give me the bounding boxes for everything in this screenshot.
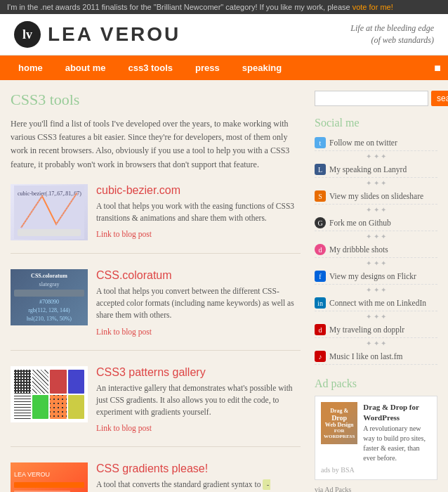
social-label: Fork me on Github (329, 219, 391, 227)
ad-header: Drag & Drop Web Design FOR WORDPRESS Dra… (321, 402, 431, 463)
social-label: View my slides on slideshare (329, 192, 423, 200)
tool-thumbnail: LEA VEROU (11, 462, 88, 492)
linkedin-icon: in (315, 297, 326, 309)
nav-speaking[interactable]: speaking (231, 56, 293, 80)
social-label: Follow me on twitter (329, 138, 397, 147)
tagline-line2: (of web standards) (350, 34, 434, 46)
stars-divider: ✦ ✦ ✦ (315, 231, 437, 242)
tool-item: LEA VEROU CSS gradients please! A tool t… (11, 462, 301, 492)
ad-text: Drag & Drop for WordPress A revolutionar… (363, 402, 431, 463)
social-label: My dribbble shots (329, 245, 388, 254)
social-item-lanyrd[interactable]: L My speaking on Lanyrd (315, 162, 437, 178)
site-title: LEA VEROU (48, 23, 180, 46)
topbar-vote-link[interactable]: vote for me! (353, 3, 393, 11)
ad-desc: A revolutionary new way to build pro sit… (363, 425, 426, 462)
tool-desc: An interactive gallery that demonstrates… (96, 382, 301, 419)
search-button[interactable]: search (431, 91, 448, 106)
tool-blog-link[interactable]: Link to blog post (96, 230, 152, 238)
search-input[interactable] (315, 91, 428, 106)
nav-about[interactable]: about me (54, 56, 117, 80)
page-title: CSS3 tools (11, 91, 301, 109)
tool-desc: A tool that helps you convert between th… (96, 285, 301, 322)
ad-img-line1: Drag & (330, 408, 348, 414)
social-item-twitter[interactable]: t Follow me on twitter (315, 135, 437, 151)
social-item-github[interactable]: G Fork me on Github (315, 215, 437, 231)
tool-thumbnail: CSS.coloratum slategray #708090 rgb(112,… (11, 269, 88, 325)
social-label: My traveling on dopplr (329, 325, 404, 334)
svg-text:LEA VEROU: LEA VEROU (14, 471, 50, 478)
gradients-thumbnail: LEA VEROU (11, 462, 88, 492)
ad-box: Drag & Drop Web Design FOR WORDPRESS Dra… (315, 396, 437, 480)
dribbble-icon: d (315, 244, 326, 255)
social-item-lastfm[interactable]: ♪ Music I like on last.fm (315, 349, 437, 365)
tool-name: CSS3 patterns gallery (96, 366, 301, 379)
stars-divider: ✦ ✦ ✦ (315, 205, 437, 215)
tool-desc: A tool that helps you work with the easi… (96, 200, 301, 225)
social-label: Music I like on last.fm (329, 352, 402, 361)
logo-icon: lv (14, 21, 41, 48)
code-snippet: -webkit-gradient (96, 479, 270, 492)
tagline-line1: Life at the bleeding edge (350, 22, 434, 34)
stars-divider: ✦ ✦ ✦ (315, 258, 437, 268)
svg-rect-4 (18, 229, 81, 236)
social-item-flickr[interactable]: f View my designs on Flickr (315, 268, 437, 285)
svg-text:cubic-bezier(.17,.67,.81,.67): cubic-bezier(.17,.67,.81,.67) (18, 190, 81, 197)
search-area: search (315, 91, 437, 106)
tagline: Life at the bleeding edge (of web standa… (350, 22, 434, 46)
social-item-slideshare[interactable]: S View my slides on slideshare (315, 188, 437, 205)
ad-img-line4: FOR WORDPRESS (324, 428, 355, 439)
main-content: CSS3 tools Here you'll find a list of to… (11, 91, 315, 492)
nav-home[interactable]: home (7, 56, 54, 80)
content-area: CSS3 tools Here you'll find a list of to… (0, 80, 448, 492)
twitter-icon: t (315, 137, 326, 148)
flickr-icon: f (315, 271, 326, 282)
social-item-dribbble[interactable]: d My dribbble shots (315, 242, 437, 258)
social-title: Social me (315, 117, 437, 129)
ad-by: ads by BSA (321, 466, 431, 474)
stars-divider: ✦ ✦ ✦ (315, 178, 437, 188)
slideshare-icon: S (315, 190, 326, 202)
nav-css3tools[interactable]: css3 tools (117, 56, 184, 80)
lastfm-icon: ♪ (315, 351, 326, 362)
intro-text: Here you'll find a list of tools I've de… (11, 117, 301, 171)
ad-title: Drag & Drop for WordPress (363, 403, 419, 422)
tool-info: CSS.coloratum A tool that helps you conv… (96, 269, 301, 337)
social-item-dopplr[interactable]: d My traveling on dopplr (315, 322, 437, 338)
stars-divider: ✦ ✦ ✦ (315, 285, 437, 295)
tool-blog-link[interactable]: Link to blog post (96, 328, 152, 336)
ad-via: via Ad Packs (315, 486, 437, 492)
patterns-thumbnail (11, 366, 88, 422)
lanyrd-icon: L (315, 164, 326, 175)
tool-blog-link[interactable]: Link to blog post (96, 424, 152, 432)
topbar-text: I'm in the .net awards 2011 finalists fo… (7, 3, 353, 11)
tool-info: cubic-bezier.com A tool that helps you w… (96, 184, 301, 240)
tool-info: CSS3 patterns gallery An interactive gal… (96, 366, 301, 434)
github-icon: G (315, 217, 326, 228)
main-nav: home about me css3 tools press speaking … (0, 56, 448, 80)
stars-divider: ✦ ✦ ✦ (315, 338, 437, 349)
tool-thumbnail: cubic-bezier(.17,.67,.81,.67) (11, 184, 88, 240)
logo-area: lv LEA VEROU (14, 21, 180, 48)
ad-packs-section: Ad packs Drag & Drop Web Design FOR WORD… (315, 377, 437, 492)
sidebar: search Social me t Follow me on twitter … (315, 91, 437, 492)
social-item-linkedin[interactable]: in Connect with me on LinkedIn (315, 295, 437, 311)
dopplr-icon: d (315, 324, 326, 335)
ad-packs-title: Ad packs (315, 377, 437, 390)
nav-press[interactable]: press (184, 56, 231, 80)
svg-rect-7 (14, 482, 84, 488)
tool-item: CSS.coloratum slategray #708090 rgb(112,… (11, 269, 301, 351)
tool-info: CSS gradients please! A tool that conver… (96, 462, 301, 492)
coloratum-thumbnail: CSS.coloratum slategray #708090 rgb(112,… (11, 269, 88, 325)
stars-divider: ✦ ✦ ✦ (315, 151, 437, 162)
tool-name: CSS gradients please! (96, 462, 301, 475)
tool-name: cubic-bezier.com (96, 184, 301, 197)
tool-name: CSS.coloratum (96, 269, 301, 282)
cubic-bezier-thumbnail: cubic-bezier(.17,.67,.81,.67) (11, 184, 88, 240)
tool-thumbnail (11, 366, 88, 422)
rss-icon: ■ (434, 62, 441, 75)
tool-item: CSS3 patterns gallery An interactive gal… (11, 366, 301, 448)
tool-desc: A tool that converts the standard gradie… (96, 479, 301, 492)
social-label: View my designs on Flickr (329, 272, 416, 280)
header: lv LEA VEROU Life at the bleeding edge (… (0, 14, 448, 56)
stars-divider: ✦ ✦ ✦ (315, 311, 437, 322)
